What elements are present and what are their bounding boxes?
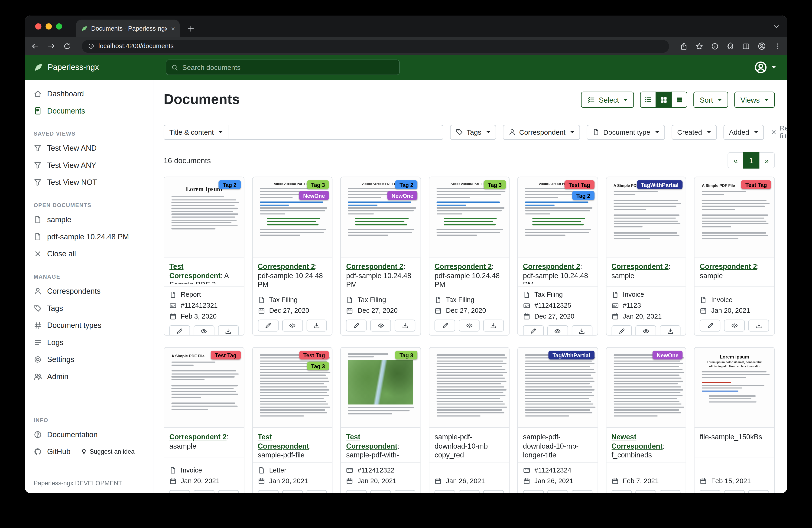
view-button[interactable] xyxy=(371,319,391,331)
sidebar-item-settings[interactable]: Settings xyxy=(25,351,153,368)
bookmark-star-button[interactable] xyxy=(695,42,703,50)
download-button[interactable] xyxy=(306,490,327,493)
correspondent-link[interactable]: Correspondent 2 xyxy=(611,262,669,270)
document-card[interactable]: Adobe Acrobat PDF FilesTag 3NewOneCorres… xyxy=(252,177,333,336)
forward-button[interactable] xyxy=(47,42,56,51)
download-button[interactable] xyxy=(571,490,592,493)
edit-button[interactable] xyxy=(435,319,455,331)
download-button[interactable] xyxy=(660,325,681,336)
view-button[interactable] xyxy=(371,490,391,493)
edit-button[interactable] xyxy=(435,490,455,493)
document-thumbnail[interactable]: Adobe Acrobat PDF FilesTag 3NewOne xyxy=(252,177,332,257)
sidebar-item-dashboard[interactable]: Dashboard xyxy=(25,85,153,102)
zoom-window-button[interactable] xyxy=(56,23,62,29)
sidebar-item-sample[interactable]: sample xyxy=(25,211,153,228)
select-button[interactable]: Select xyxy=(581,92,634,108)
filter-added-button[interactable]: Added xyxy=(723,125,764,140)
tag-badge-test-tag[interactable]: Test Tag xyxy=(299,351,329,359)
tag-badge-newone[interactable]: NewOne xyxy=(653,351,683,359)
tag-badge-newone[interactable]: NewOne xyxy=(388,191,417,200)
tag-badge-tag-2[interactable]: Tag 2 xyxy=(219,180,241,189)
pagination-page-1[interactable]: 1 xyxy=(743,152,759,168)
sidebar-item-pdf-sample-10-24-48-pm[interactable]: pdf-sample 10.24.48 PM xyxy=(25,228,153,245)
tag-badge-tag-2[interactable]: Tag 2 xyxy=(395,180,417,189)
edit-button[interactable] xyxy=(346,490,367,493)
view-button[interactable] xyxy=(547,490,568,493)
pagination-next-button[interactable]: » xyxy=(759,152,774,168)
document-card[interactable]: Adobe Acrobat PDF FilesTest TagTag 2Corr… xyxy=(517,177,598,336)
document-card[interactable]: Adobe Acrobat PDF FilesTag 3Corresponden… xyxy=(429,177,509,336)
filter-tags-button[interactable]: Tags xyxy=(450,125,496,140)
edit-button[interactable] xyxy=(258,490,278,493)
correspondent-link[interactable]: Correspondent 2 xyxy=(258,262,315,270)
tag-badge-tag-3[interactable]: Tag 3 xyxy=(395,351,417,359)
extensions-puzzle-button[interactable] xyxy=(727,42,734,50)
sidebar-item-close-all[interactable]: Close all xyxy=(25,245,153,262)
filter-correspondent-button[interactable]: Correspondent xyxy=(503,125,580,140)
tag-badge-newone[interactable]: NewOne xyxy=(299,191,329,200)
correspondent-link[interactable]: Test Correspondent xyxy=(170,262,221,280)
sidebar-item-logs[interactable]: Logs xyxy=(25,334,153,351)
document-card[interactable]: NewOneNewest Correspondent: f_combinedsF… xyxy=(606,347,686,493)
view-button[interactable] xyxy=(636,490,656,493)
download-button[interactable] xyxy=(395,490,415,493)
back-button[interactable] xyxy=(31,42,40,51)
tag-badge-test-tag[interactable]: Test Tag xyxy=(741,180,771,189)
app-brand[interactable]: Paperless-ngx xyxy=(25,63,153,72)
views-button[interactable]: Views xyxy=(734,92,774,108)
reload-button[interactable] xyxy=(63,42,71,50)
document-thumbnail[interactable]: Lorem IpsumTag 2 xyxy=(164,177,244,257)
tag-badge-tag-3[interactable]: Tag 3 xyxy=(307,361,329,370)
document-card[interactable]: Lorem ipsumLorem ipsum dolor sit amet, c… xyxy=(694,347,774,493)
site-info-icon[interactable] xyxy=(88,43,94,49)
browser-profile-avatar[interactable] xyxy=(758,42,766,51)
edit-button[interactable] xyxy=(170,490,190,493)
document-card[interactable]: Tag 3Test Correspondent: sample-pdf-with… xyxy=(340,347,421,493)
sidebar-item-documentation[interactable]: Documentation xyxy=(25,426,153,443)
edit-button[interactable] xyxy=(523,325,543,336)
document-card[interactable]: A Simple PDF FileTest TagCorrespondent 2… xyxy=(694,177,774,336)
document-card[interactable]: Adobe Acrobat PDF FilesTag 2NewOneCorres… xyxy=(340,177,421,336)
document-thumbnail[interactable] xyxy=(430,347,509,428)
edit-button[interactable] xyxy=(611,490,632,493)
document-thumbnail[interactable]: Adobe Acrobat PDF FilesTag 2NewOne xyxy=(341,177,421,257)
download-button[interactable] xyxy=(749,319,769,331)
edit-button[interactable] xyxy=(523,490,543,493)
view-button[interactable] xyxy=(724,490,745,493)
edit-button[interactable] xyxy=(700,319,721,331)
correspondent-link[interactable]: Test Correspondent xyxy=(258,433,309,450)
pagination-prev-button[interactable]: « xyxy=(727,152,743,168)
document-thumbnail[interactable]: Test TagTag 3 xyxy=(252,347,332,428)
edit-button[interactable] xyxy=(611,325,632,336)
tag-badge-test-tag[interactable]: Test Tag xyxy=(211,351,241,359)
view-button[interactable] xyxy=(547,325,568,336)
download-button[interactable] xyxy=(660,490,681,493)
document-thumbnail[interactable]: A Simple PDF FileTest Tag xyxy=(695,177,774,257)
tab-search-icon[interactable] xyxy=(773,23,780,30)
document-card[interactable]: Test TagTag 3Test Correspondent: sample-… xyxy=(252,347,333,493)
view-button[interactable] xyxy=(282,319,303,331)
side-panel-button[interactable] xyxy=(742,42,750,50)
page-info-icon[interactable] xyxy=(711,42,719,50)
tag-badge-tag-3[interactable]: Tag 3 xyxy=(307,180,329,189)
download-button[interactable] xyxy=(218,490,238,493)
view-button[interactable] xyxy=(193,325,214,336)
correspondent-link[interactable]: Correspondent 2 xyxy=(346,262,403,270)
view-button[interactable] xyxy=(282,490,303,493)
correspondent-link[interactable]: Test Correspondent xyxy=(346,433,397,450)
sidebar-item-github[interactable]: GitHubSuggest an idea xyxy=(25,443,153,460)
sidebar-item-test-view-not[interactable]: Test View NOT xyxy=(25,173,153,191)
download-button[interactable] xyxy=(395,319,415,331)
filter-document-type-button[interactable]: Document type xyxy=(586,125,665,140)
filter-created-button[interactable]: Created xyxy=(671,125,716,140)
sort-button[interactable]: Sort xyxy=(694,92,728,108)
sidebar-item-document-types[interactable]: Document types xyxy=(25,316,153,334)
download-button[interactable] xyxy=(218,325,238,336)
view-button[interactable] xyxy=(724,319,745,331)
document-thumbnail[interactable]: Lorem ipsumLorem ipsum dolor sit amet, c… xyxy=(695,347,774,428)
reset-filters-button[interactable]: Reset filters xyxy=(770,124,787,140)
global-search[interactable] xyxy=(166,60,400,75)
correspondent-link[interactable]: Correspondent 2 xyxy=(435,262,492,270)
sidebar-item-tags[interactable]: Tags xyxy=(25,299,153,316)
view-details-toggle[interactable] xyxy=(671,92,687,108)
